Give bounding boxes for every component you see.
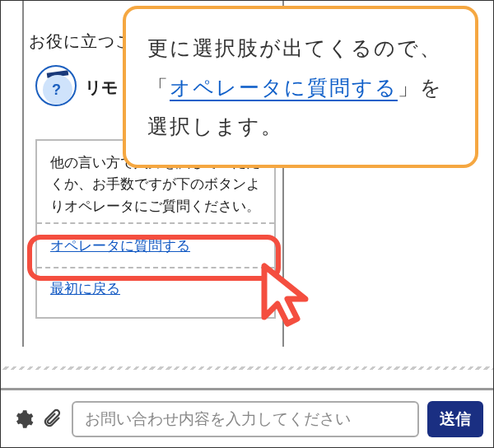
settings-button[interactable] bbox=[12, 408, 34, 430]
attach-button[interactable] bbox=[42, 408, 63, 430]
chat-input-bar: 送信 bbox=[1, 388, 494, 447]
ask-operator-link[interactable]: オペレータに質問する bbox=[50, 224, 261, 265]
question-mark-icon: ? bbox=[52, 82, 61, 99]
bot-name-fragment: リモ bbox=[85, 77, 118, 99]
chat-message-input[interactable] bbox=[72, 401, 419, 437]
paperclip-icon bbox=[43, 408, 63, 430]
tooltip-emphasis-link-text: オペレータに質問する bbox=[170, 76, 398, 101]
send-button[interactable]: 送信 bbox=[427, 401, 483, 437]
cursor-icon bbox=[253, 259, 324, 334]
gear-icon bbox=[12, 408, 34, 430]
content-break bbox=[1, 358, 494, 378]
previous-bot-message-fragment: お役に立つこ bbox=[29, 30, 133, 53]
bot-avatar: ? bbox=[35, 65, 77, 106]
back-to-start-link[interactable]: 最初に戻る bbox=[50, 268, 261, 308]
instruction-tooltip: 更に選択肢が出てくるので、「オペレータに質問する」を選択します。 bbox=[123, 6, 478, 168]
